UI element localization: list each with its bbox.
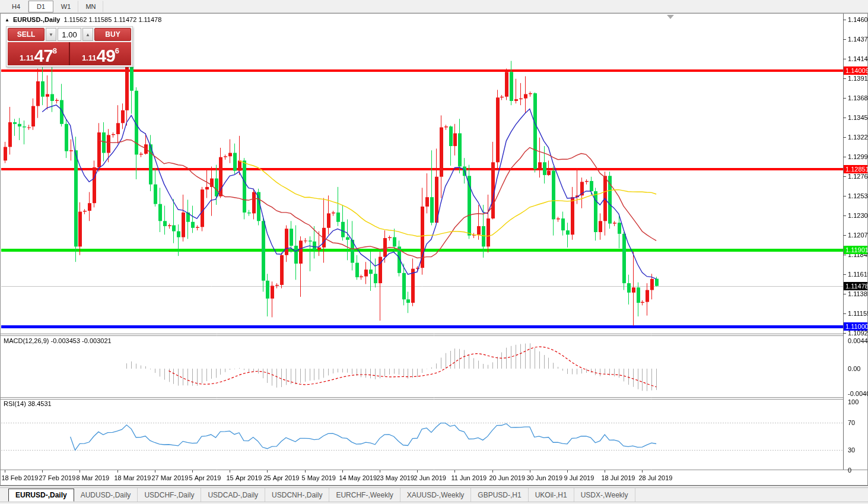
sell-button[interactable]: SELL bbox=[8, 28, 44, 41]
sell-price-pipette: 8 bbox=[53, 42, 57, 60]
mt4-window: { "toolbar": { "timeframes": [ {"label":… bbox=[0, 0, 868, 504]
buy-quote-button[interactable]: 1.11496 bbox=[70, 42, 131, 65]
volume-decrease-button[interactable]: ▼ bbox=[46, 28, 56, 41]
buy-price-big: 49 bbox=[96, 48, 115, 64]
sell-quote-button[interactable]: 1.11478 bbox=[8, 42, 69, 65]
tab-eurchf-weekly[interactable]: EURCHF-,Weekly bbox=[329, 488, 400, 502]
chart-shift-marker-icon[interactable] bbox=[667, 15, 674, 19]
buy-price-prefix: 1.11 bbox=[82, 52, 97, 64]
volume-increase-button[interactable]: ▲ bbox=[82, 28, 93, 41]
sell-price-big: 47 bbox=[34, 48, 52, 64]
tab-audusd-daily[interactable]: AUDUSD-,Daily bbox=[74, 488, 138, 502]
tab-usdchf-daily[interactable]: USDCHF-,Daily bbox=[138, 488, 201, 502]
tab-gbpusd-h1[interactable]: GBPUSD-,H1 bbox=[471, 488, 528, 502]
chart-collapse-arrow-icon[interactable]: ▲ bbox=[5, 17, 9, 23]
chart-canvas[interactable] bbox=[0, 0, 868, 504]
chart-title: ▲ EURUSD-,Daily 1.11562 1.11585 1.11472 … bbox=[5, 16, 161, 23]
tab-eurusd-daily[interactable]: EURUSD-,Daily bbox=[8, 489, 74, 502]
tab-bar-footer bbox=[0, 502, 868, 504]
chart-symbol-label: EURUSD-,Daily bbox=[13, 16, 60, 23]
tab-xauusd-weekly[interactable]: XAUUSD-,Weekly bbox=[400, 488, 471, 502]
chart-tab-bar: EURUSD-,Daily AUDUSD-,Daily USDCHF-,Dail… bbox=[0, 487, 868, 504]
tab-usdx-weekly[interactable]: USDX-,Weekly bbox=[574, 488, 635, 502]
tab-ukoil-h1[interactable]: UKOil-,H1 bbox=[529, 488, 574, 502]
rsi-indicator-label: RSI(14) 38.4531 bbox=[4, 400, 52, 407]
buy-button[interactable]: BUY bbox=[94, 28, 131, 41]
one-click-trading-panel: SELL ▼ 1.00 ▲ BUY 1.11478 1.11496 bbox=[6, 26, 133, 67]
buy-price-pipette: 6 bbox=[115, 42, 119, 60]
volume-input[interactable]: 1.00 bbox=[58, 28, 81, 41]
tab-usdcad-daily[interactable]: USDCAD-,Daily bbox=[201, 488, 265, 502]
chart-ohlc-values: 1.11562 1.11585 1.11472 1.11478 bbox=[63, 16, 161, 23]
macd-indicator-label: MACD(12,26,9) -0.003453 -0.003021 bbox=[4, 337, 112, 344]
sell-price-prefix: 1.11 bbox=[20, 52, 34, 64]
tab-usdcnh-daily[interactable]: USDCNH-,Daily bbox=[265, 488, 329, 502]
